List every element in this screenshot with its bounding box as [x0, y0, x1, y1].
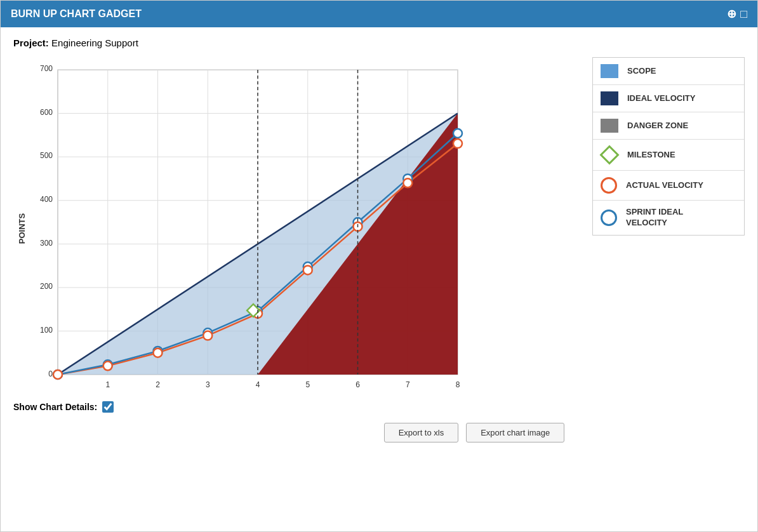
legend-ideal-label: IDEAL VELOCITY	[627, 93, 695, 104]
av-dot-0	[53, 370, 62, 379]
header-icons: ⊕ □	[727, 7, 747, 21]
legend-panel: SCOPE IDEAL VELOCITY DANGER ZONE	[592, 57, 745, 236]
gadget-body: Project: Engineering Support POINTS	[1, 27, 757, 531]
legend-row-actual: ACTUAL VELOCITY	[593, 171, 744, 201]
siv-dot-8	[453, 129, 462, 138]
move-icon[interactable]: ⊕	[727, 7, 736, 21]
x-tick-7: 7	[406, 380, 410, 387]
x-tick-5: 5	[305, 380, 310, 387]
project-label: Project: Engineering Support	[13, 37, 745, 48]
legend-scope-label: SCOPE	[627, 66, 656, 77]
x-tick-3: 3	[206, 380, 210, 387]
x-tick-1: 1	[105, 380, 110, 387]
chart-wrapper: POINTS	[13, 57, 580, 390]
legend-milestone-icon-wrapper	[601, 146, 618, 164]
av-dot-1	[103, 361, 112, 370]
show-details-checkbox[interactable]	[102, 401, 114, 413]
av-dot-7	[403, 178, 412, 187]
legend-ideal-box	[601, 91, 618, 105]
legend-milestone-label: MILESTONE	[627, 150, 675, 161]
legend-sprint-ideal-label: SPRINT IDEALVELOCITY	[626, 207, 683, 229]
y-axis-label: POINTS	[17, 213, 27, 244]
legend-row-sprint-ideal: SPRINT IDEALVELOCITY	[593, 201, 744, 235]
x-tick-6: 6	[356, 380, 360, 387]
show-details-label: Show Chart Details:	[13, 402, 97, 412]
gadget-container: BURN UP CHART GADGET ⊕ □ Project: Engine…	[0, 0, 758, 532]
y-tick-400: 400	[40, 195, 53, 204]
legend-row-danger: DANGER ZONE	[593, 112, 744, 140]
legend-actual-label: ACTUAL VELOCITY	[626, 180, 703, 191]
export-xls-button[interactable]: Export to xls	[384, 423, 459, 442]
gadget-header: BURN UP CHART GADGET ⊕ □	[1, 1, 757, 27]
collapse-icon[interactable]: □	[740, 8, 747, 21]
gadget-title: BURN UP CHART GADGET	[11, 8, 142, 20]
legend-danger-box	[601, 119, 618, 133]
y-tick-600: 600	[40, 108, 53, 117]
x-tick-4: 4	[256, 380, 260, 387]
legend-sprint-circle	[601, 209, 617, 226]
legend-scope-box	[601, 64, 618, 78]
project-name: Engineering Support	[51, 37, 138, 48]
chart-area: POINTS	[13, 57, 745, 390]
legend-row-scope: SCOPE	[593, 58, 744, 85]
show-details-row: Show Chart Details:	[13, 401, 114, 413]
export-image-button[interactable]: Export chart image	[466, 423, 564, 442]
legend-row-ideal: IDEAL VELOCITY	[593, 85, 744, 112]
legend-row-milestone: MILESTONE	[593, 140, 744, 171]
legend-milestone-diamond	[599, 145, 619, 164]
project-label-key: Project:	[13, 37, 49, 48]
legend-danger-label: DANGER ZONE	[627, 121, 688, 131]
y-tick-500: 500	[40, 151, 53, 160]
legend-actual-circle	[601, 177, 617, 194]
y-tick-100: 100	[40, 326, 53, 335]
av-dot-5	[303, 265, 312, 274]
av-dot-2	[154, 349, 163, 357]
av-dot-8	[453, 139, 462, 148]
y-tick-0: 0	[48, 369, 53, 378]
burn-up-chart: POINTS	[13, 57, 477, 387]
y-tick-300: 300	[40, 239, 53, 248]
av-dot-3	[203, 331, 212, 340]
buttons-row: Export to xls Export chart image	[384, 423, 565, 442]
x-tick-8: 8	[456, 380, 460, 387]
x-tick-2: 2	[156, 380, 160, 387]
y-tick-200: 200	[40, 282, 53, 291]
bottom-section: Show Chart Details: Export to xls Export…	[13, 401, 745, 442]
y-tick-700: 700	[40, 64, 53, 73]
